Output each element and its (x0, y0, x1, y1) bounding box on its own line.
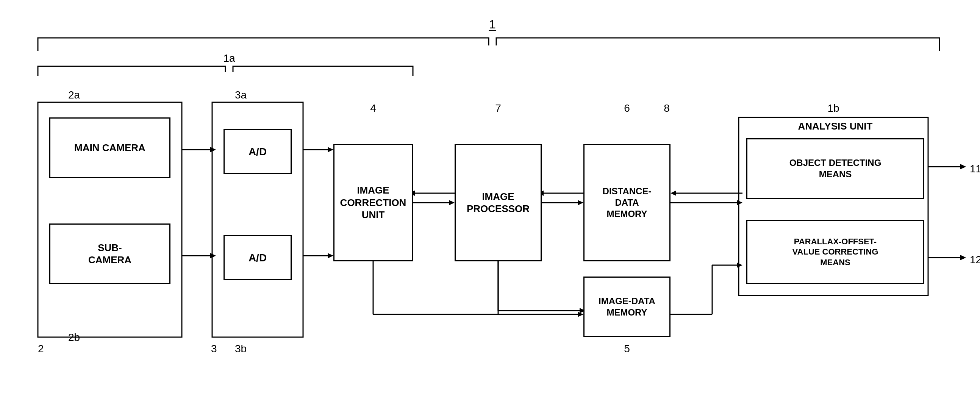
svg-text:3b: 3b (235, 343, 247, 354)
svg-text:3: 3 (211, 343, 217, 354)
image-data-memory-label: IMAGE-DATA MEMORY (598, 295, 655, 318)
ad-top-block: A/D (223, 129, 292, 174)
svg-text:2b: 2b (68, 332, 80, 343)
image-correction-unit-block: IMAGE CORRECTION UNIT (333, 144, 413, 261)
svg-marker-8 (328, 147, 333, 152)
svg-text:1: 1 (489, 17, 496, 31)
svg-text:2a: 2a (68, 89, 80, 101)
svg-marker-22 (670, 190, 676, 196)
ad-bottom-block: A/D (223, 235, 292, 280)
svg-marker-10 (328, 253, 333, 258)
svg-marker-4 (210, 147, 216, 152)
image-processor-label: IMAGE PROCESSOR (467, 190, 530, 215)
diagram: 1 1a 2a 2b 2 3a 3b 3 4 7 6 8 5 1b 11 12 (0, 0, 980, 400)
svg-marker-20 (737, 200, 743, 205)
svg-marker-38 (960, 255, 966, 260)
sub-camera-label: SUB- CAMERA (88, 242, 132, 266)
analysis-unit-title-label: ANALYSIS UNIT (743, 121, 928, 132)
object-detecting-means-block: OBJECT DETECTING MEANS (746, 138, 924, 199)
svg-text:11: 11 (970, 163, 980, 175)
distance-data-memory-label: DISTANCE- DATA MEMORY (603, 186, 652, 220)
sub-camera-block: SUB- CAMERA (49, 224, 170, 284)
svg-text:1b: 1b (827, 102, 839, 114)
svg-marker-12 (449, 200, 455, 205)
main-camera-label: MAIN CAMERA (74, 142, 145, 154)
svg-text:12: 12 (970, 254, 980, 265)
svg-text:8: 8 (664, 102, 670, 114)
image-correction-unit-label: IMAGE CORRECTION UNIT (340, 184, 406, 221)
svg-text:6: 6 (624, 102, 630, 114)
main-camera-block: MAIN CAMERA (49, 117, 170, 178)
svg-text:4: 4 (370, 102, 376, 114)
svg-text:5: 5 (624, 343, 630, 354)
object-detecting-means-label: OBJECT DETECTING MEANS (789, 157, 881, 180)
image-data-memory-block: IMAGE-DATA MEMORY (583, 276, 670, 337)
svg-text:3a: 3a (235, 89, 247, 101)
parallax-offset-value-correcting-means-block: PARALLAX-OFFSET- VALUE CORRECTING MEANS (746, 220, 924, 284)
ad-top-label: A/D (248, 145, 267, 158)
ad-bottom-label: A/D (248, 251, 267, 264)
distance-data-memory-block: DISTANCE- DATA MEMORY (583, 144, 670, 261)
parallax-offset-means-label: PARALLAX-OFFSET- VALUE CORRECTING MEANS (792, 237, 878, 268)
svg-text:1a: 1a (223, 52, 235, 64)
svg-marker-16 (578, 200, 583, 205)
svg-marker-6 (210, 253, 216, 258)
svg-marker-34 (737, 262, 743, 268)
svg-text:7: 7 (495, 102, 501, 114)
image-processor-block: IMAGE PROCESSOR (455, 144, 542, 261)
svg-marker-36 (960, 164, 966, 169)
svg-text:2: 2 (38, 343, 44, 354)
